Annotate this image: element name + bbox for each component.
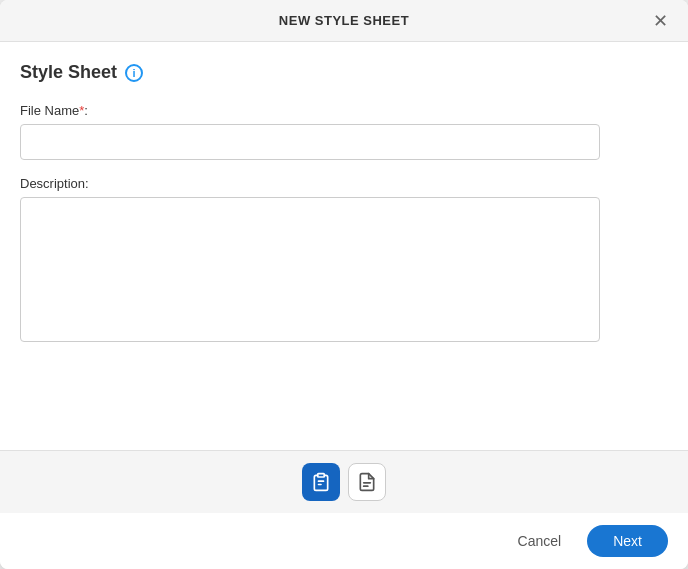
info-icon[interactable]: i bbox=[125, 64, 143, 82]
modal-footer: Cancel Next bbox=[0, 513, 688, 569]
clipboard-list-icon bbox=[311, 472, 331, 492]
svg-rect-0 bbox=[318, 474, 325, 477]
icon-btn-clipboard[interactable] bbox=[302, 463, 340, 501]
modal-header: NEW STYLE SHEET ✕ bbox=[0, 0, 688, 42]
description-textarea[interactable] bbox=[20, 197, 600, 342]
modal-title: NEW STYLE SHEET bbox=[279, 13, 409, 28]
file-name-group: File Name*: bbox=[20, 103, 668, 160]
section-title-row: Style Sheet i bbox=[20, 62, 668, 83]
cancel-button[interactable]: Cancel bbox=[502, 525, 578, 557]
next-button[interactable]: Next bbox=[587, 525, 668, 557]
file-name-input[interactable] bbox=[20, 124, 600, 160]
icon-btn-document[interactable] bbox=[348, 463, 386, 501]
close-button[interactable]: ✕ bbox=[647, 10, 674, 32]
modal-body: Style Sheet i File Name*: Description: bbox=[0, 42, 688, 450]
file-name-label: File Name*: bbox=[20, 103, 668, 118]
description-group: Description: bbox=[20, 176, 668, 346]
section-title: Style Sheet bbox=[20, 62, 117, 83]
description-label: Description: bbox=[20, 176, 668, 191]
modal-dialog: NEW STYLE SHEET ✕ Style Sheet i File Nam… bbox=[0, 0, 688, 569]
document-icon bbox=[357, 472, 377, 492]
icons-bar bbox=[0, 450, 688, 513]
